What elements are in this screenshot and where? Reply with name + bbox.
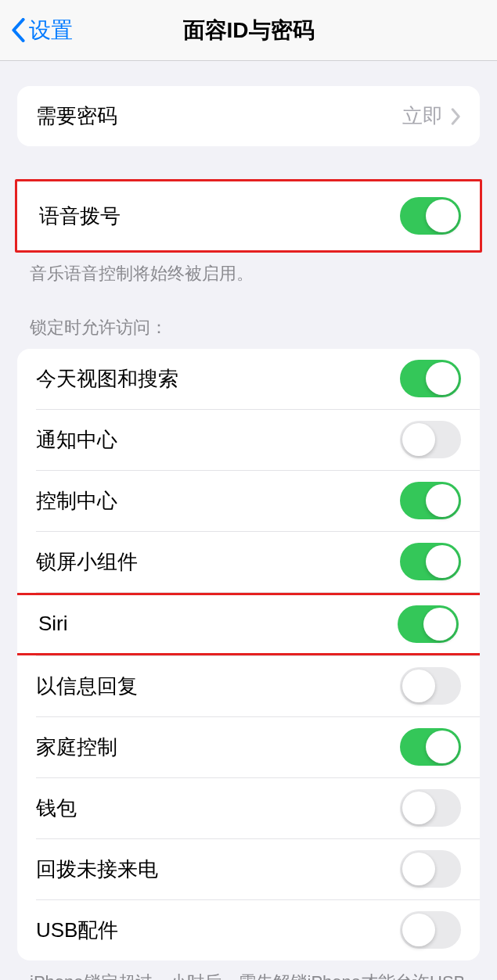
home-control-label: 家庭控制 xyxy=(36,734,117,761)
require-passcode-value: 立即 xyxy=(402,102,461,130)
wallet-toggle[interactable] xyxy=(400,789,461,827)
home-control-row: 家庭控制 xyxy=(17,717,480,777)
return-missed-calls-row: 回拨未接来电 xyxy=(17,839,480,899)
control-center-toggle[interactable] xyxy=(400,482,461,519)
lock-screen-widgets-toggle[interactable] xyxy=(400,543,461,580)
lock-access-header: 锁定时允许访问： xyxy=(0,286,497,349)
return-missed-calls-toggle[interactable] xyxy=(400,850,461,888)
usb-footer: iPhone锁定超过一小时后，需先解锁iPhone才能允许USB配件连接。 xyxy=(0,960,497,980)
usb-accessories-toggle[interactable] xyxy=(400,911,461,949)
voice-dial-toggle[interactable] xyxy=(400,197,461,235)
page-title: 面容ID与密码 xyxy=(183,16,315,45)
voice-dial-footer: 音乐语音控制将始终被启用。 xyxy=(0,253,497,286)
today-view-row: 今天视图和搜索 xyxy=(17,349,480,409)
today-view-toggle[interactable] xyxy=(400,360,461,397)
voice-dial-group: 语音拨号 xyxy=(15,179,482,253)
passcode-group: 需要密码 立即 xyxy=(17,86,480,146)
chevron-left-icon xyxy=(11,18,26,42)
return-missed-calls-label: 回拨未接来电 xyxy=(36,856,158,883)
back-button[interactable]: 设置 xyxy=(11,16,73,45)
siri-row: Siri xyxy=(17,595,480,653)
notification-center-toggle[interactable] xyxy=(400,421,461,458)
require-passcode-row[interactable]: 需要密码 立即 xyxy=(17,86,480,146)
voice-dial-row: 语音拨号 xyxy=(17,181,480,250)
notification-center-label: 通知中心 xyxy=(36,426,117,454)
chevron-right-icon xyxy=(451,108,461,125)
home-control-toggle[interactable] xyxy=(400,728,461,766)
siri-label: Siri xyxy=(38,612,68,636)
lock-access-group: 今天视图和搜索 通知中心 控制中心 锁屏小组件 Siri 以信息回复 xyxy=(17,349,480,960)
notification-center-row: 通知中心 xyxy=(17,410,480,470)
usb-accessories-row: USB配件 xyxy=(17,900,480,960)
wallet-label: 钱包 xyxy=(36,795,77,822)
require-passcode-label: 需要密码 xyxy=(36,102,117,130)
navigation-header: 设置 面容ID与密码 xyxy=(0,0,497,61)
control-center-row: 控制中心 xyxy=(17,471,480,531)
voice-dial-label: 语音拨号 xyxy=(39,203,121,230)
reply-with-message-row: 以信息回复 xyxy=(17,656,480,716)
require-passcode-value-text: 立即 xyxy=(402,102,443,130)
siri-highlight-box: Siri xyxy=(17,593,480,655)
control-center-label: 控制中心 xyxy=(36,487,117,515)
usb-accessories-label: USB配件 xyxy=(36,917,118,944)
reply-with-message-label: 以信息回复 xyxy=(36,673,138,700)
wallet-row: 钱包 xyxy=(17,778,480,838)
today-view-label: 今天视图和搜索 xyxy=(36,365,178,393)
back-label: 设置 xyxy=(29,16,73,45)
lock-screen-widgets-row: 锁屏小组件 xyxy=(17,532,480,592)
lock-screen-widgets-label: 锁屏小组件 xyxy=(36,548,138,576)
siri-toggle[interactable] xyxy=(398,605,459,643)
reply-with-message-toggle[interactable] xyxy=(400,667,461,705)
